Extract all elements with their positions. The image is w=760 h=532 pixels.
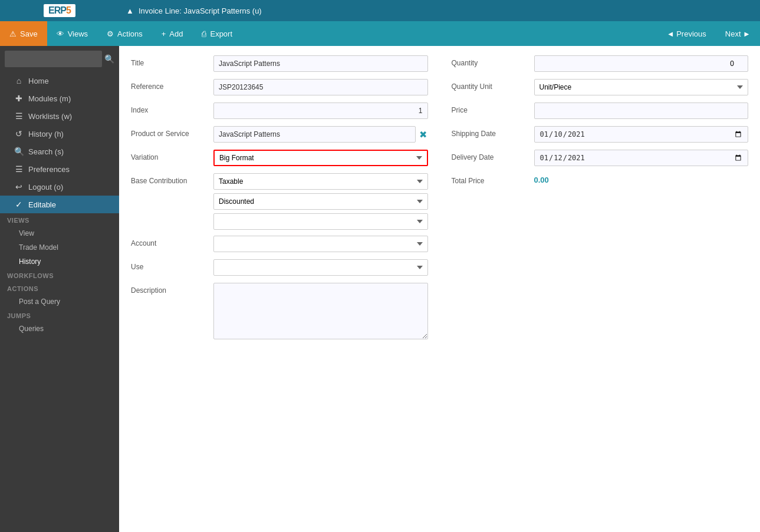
topbar-arrow: ▲ (126, 6, 134, 15)
use-row: Use (131, 259, 428, 277)
save-button[interactable]: ⚠ Save (0, 21, 47, 46)
logout-icon: ↩ (14, 182, 24, 191)
sidebar-subitem-view[interactable]: View (0, 226, 119, 240)
sidebar-subitem-history[interactable]: History (0, 255, 119, 269)
product-row: Product or Service ✖ (131, 126, 428, 144)
home-icon: ⌂ (14, 76, 24, 85)
base-contribution-select-1[interactable]: Taxable Non-Taxable (213, 173, 428, 190)
total-price-label: Total Price (452, 173, 534, 185)
search-icon: 🔍 (14, 147, 24, 156)
base-contribution-wrap: Taxable Non-Taxable Discounted Non-Disco… (213, 173, 428, 230)
sidebar-item-editable[interactable]: ✓ Editable (0, 196, 119, 213)
delivery-date-label: Delivery Date (452, 150, 534, 161)
add-icon: + (162, 29, 166, 38)
quantity-row: Quantity (452, 55, 749, 73)
price-label: Price (452, 103, 534, 114)
sidebar-item-search[interactable]: 🔍 Search (s) (0, 143, 119, 160)
sidebar-section-workflows: WORKFLOWS (0, 269, 119, 282)
index-row: Index (131, 103, 428, 120)
sidebar-subitem-trade-model[interactable]: Trade Model (0, 240, 119, 255)
price-row: Price (452, 103, 749, 120)
editable-icon: ✓ (14, 200, 24, 209)
title-label: Title (131, 55, 213, 67)
modules-icon: ✚ (14, 94, 24, 103)
sidebar-subitem-queries[interactable]: Queries (0, 322, 119, 336)
delivery-date-input[interactable] (534, 150, 749, 166)
description-label: Description (131, 283, 213, 295)
sidebar-item-home[interactable]: ⌂ Home (0, 72, 119, 90)
variation-row: Variation Big Format Small Format Medium… (131, 150, 428, 167)
topbar: ▲ Invoice Line: JavaScript Patterns (u) (119, 0, 760, 21)
sidebar-item-preferences[interactable]: ☰ Preferences (0, 160, 119, 178)
content-area: Title Reference Index (119, 46, 760, 532)
sidebar-search-area: 🔍 (0, 46, 119, 72)
sidebar-section-views: VIEWS (0, 213, 119, 226)
index-input[interactable] (213, 103, 428, 119)
total-price-value: 0.00 (534, 173, 749, 184)
export-button[interactable]: ⎙ Export (192, 21, 242, 46)
sidebar-item-history[interactable]: ↺ History (h) (0, 125, 119, 143)
price-input[interactable] (534, 103, 749, 119)
quantity-unit-select[interactable]: Unit/Piece Box Pallet (534, 79, 749, 95)
description-row: Description (131, 283, 428, 341)
title-row: Title (131, 55, 428, 73)
base-contribution-label: Base Contribution (131, 173, 213, 185)
sidebar-item-worklists[interactable]: ☰ Worklists (w) (0, 107, 119, 125)
quantity-input[interactable] (534, 55, 749, 72)
quantity-unit-label: Quantity Unit (452, 79, 534, 91)
variation-select[interactable]: Big Format Small Format Medium Format (213, 150, 428, 166)
shipping-date-row: Shipping Date (452, 126, 749, 144)
preferences-icon: ☰ (14, 164, 24, 174)
logo-area: ERP5 (0, 0, 119, 21)
sidebar: 🔍 ⌂ Home ✚ Modules (m) ☰ Worklists (w) ↺… (0, 46, 119, 532)
base-contribution-select-2[interactable]: Discounted Non-Discounted (213, 193, 428, 210)
description-textarea[interactable] (213, 283, 428, 339)
sidebar-subitem-post-query[interactable]: Post a Query (0, 295, 119, 309)
index-label: Index (131, 103, 213, 114)
quantity-label: Quantity (452, 55, 534, 67)
sidebar-search-icon[interactable]: 🔍 (104, 54, 114, 64)
add-button[interactable]: + Add (152, 21, 193, 46)
previous-button[interactable]: ◄ Previous (657, 21, 716, 46)
title-input[interactable] (213, 55, 428, 72)
total-price-row: Total Price 0.00 (452, 173, 749, 191)
reference-input[interactable] (213, 79, 428, 95)
action-bar: ⚠ Save 👁 Views ⚙ Actions + Add ⎙ Export … (0, 21, 760, 46)
form-left: Title Reference Index (131, 55, 440, 347)
topbar-title: Invoice Line: JavaScript Patterns (u) (139, 6, 262, 15)
save-icon: ⚠ (9, 29, 17, 38)
variation-label: Variation (131, 150, 213, 161)
sidebar-section-actions: ACTIONS (0, 282, 119, 295)
sidebar-item-logout[interactable]: ↩ Logout (o) (0, 178, 119, 196)
history-icon: ↺ (14, 129, 24, 138)
sidebar-section-jumps: JUMPS (0, 309, 119, 322)
delivery-date-row: Delivery Date (452, 150, 749, 167)
account-label: Account (131, 236, 213, 247)
product-input[interactable] (213, 126, 416, 143)
actions-button[interactable]: ⚙ Actions (97, 21, 152, 46)
sidebar-item-modules[interactable]: ✚ Modules (m) (0, 90, 119, 107)
product-label: Product or Service (131, 126, 213, 138)
form-grid: Title Reference Index (131, 55, 748, 347)
views-icon: 👁 (57, 29, 64, 38)
actions-icon: ⚙ (107, 29, 114, 38)
base-contribution-select-3[interactable] (213, 213, 428, 230)
product-clear-button[interactable]: ✖ (418, 129, 428, 140)
base-contribution-row: Base Contribution Taxable Non-Taxable Di… (131, 173, 428, 230)
next-button[interactable]: Next ► (716, 21, 760, 46)
reference-row: Reference (131, 79, 428, 97)
account-select[interactable] (213, 236, 428, 252)
reference-label: Reference (131, 79, 213, 91)
form-right: Quantity Quantity Unit Unit/Piece Box Pa… (440, 55, 749, 347)
erp5-logo: ERP5 (44, 4, 75, 17)
shipping-date-label: Shipping Date (452, 126, 534, 138)
sidebar-search-input[interactable] (5, 51, 102, 67)
shipping-date-input[interactable] (534, 126, 749, 143)
use-label: Use (131, 259, 213, 271)
export-icon: ⎙ (202, 29, 206, 38)
use-select[interactable] (213, 259, 428, 276)
quantity-unit-row: Quantity Unit Unit/Piece Box Pallet (452, 79, 749, 97)
views-button[interactable]: 👁 Views (47, 21, 97, 46)
worklists-icon: ☰ (14, 111, 24, 121)
account-row: Account (131, 236, 428, 253)
